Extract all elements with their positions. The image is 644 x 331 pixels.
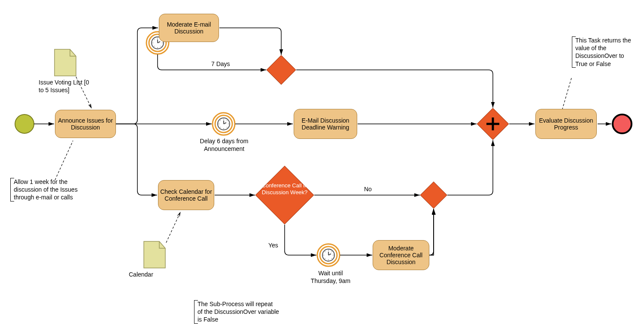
data-object-calendar-icon <box>144 241 165 268</box>
assoc-calendar-check <box>166 212 180 243</box>
flow-decision-yes <box>285 225 316 255</box>
label-7days: 7 Days <box>211 60 230 68</box>
start-event-icon <box>15 114 34 133</box>
flow-modconf-merge2 <box>431 209 434 255</box>
flow-modconf-merge <box>429 209 434 255</box>
annotation-allow-week: Allow 1 week for the discussion of the I… <box>10 178 89 202</box>
end-event-icon <box>613 114 632 133</box>
flow-moderate-merge <box>219 28 281 55</box>
flow-announce-checkcal <box>116 124 157 195</box>
assoc-annot-returns <box>562 78 571 109</box>
task-announce: Announce Issues for Discussion <box>55 110 116 138</box>
task-deadline-warning: E-Mail Discussion Deadline Warning <box>294 109 357 139</box>
task-moderate-email: Moderate E-mail Discussion <box>159 14 219 42</box>
flow-mergetop-parallel <box>296 70 493 108</box>
svg-rect-41 <box>420 182 447 208</box>
assoc-annot-allow <box>55 141 73 180</box>
annotation-task-returns: This Task returns the value of the Discu… <box>572 36 635 68</box>
label-no: No <box>364 185 372 193</box>
task-evaluate: Evaluate Discussion Progress <box>535 109 597 139</box>
annotation-subprocess: The Sub-Process will repeat of the Discu… <box>194 300 279 324</box>
label-wait-thurs: Wait until Thursday, 9am <box>309 269 352 285</box>
label-yes: Yes <box>268 241 278 249</box>
gateway-conf-week-label: Conference Call in Discussion Week? <box>259 182 310 196</box>
timer-wait-icon <box>317 244 340 266</box>
gateway-merge-top-icon <box>267 55 296 84</box>
label-calendar: Calendar <box>129 271 163 278</box>
flow-mergebottom-parallel <box>447 140 493 195</box>
gateway-merge-bottom-icon <box>420 182 447 208</box>
label-delay6: Delay 6 days from Announcement <box>197 137 251 153</box>
task-moderate-conf: Moderate Conference Call Discussion <box>373 240 429 270</box>
svg-rect-39 <box>267 55 296 84</box>
gateway-parallel-icon <box>477 108 509 140</box>
data-object-voting-icon <box>55 49 76 76</box>
task-check-calendar: Check Calendar for Conference Call <box>158 180 214 210</box>
label-voting-list: Issue Voting List [0 to 5 Issues] <box>39 78 90 94</box>
timer-delay6-icon <box>213 113 235 135</box>
